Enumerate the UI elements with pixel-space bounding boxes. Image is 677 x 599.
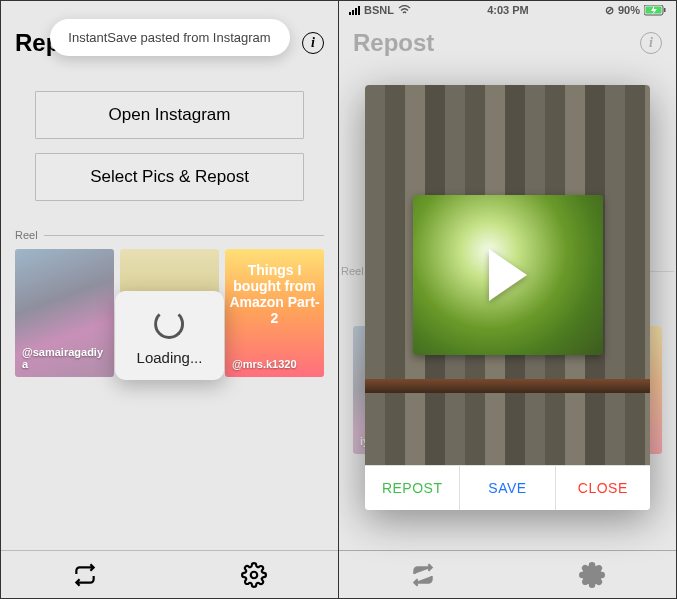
- section-label-reel: Reel: [15, 229, 324, 241]
- open-instagram-button[interactable]: Open Instagram: [35, 91, 304, 139]
- screenshot-left: InstantSave pasted from Instagram Repost…: [1, 1, 339, 598]
- tab-settings-icon[interactable]: [170, 551, 339, 598]
- reel-caption: Things I bought from Amazon Part-2: [225, 262, 324, 326]
- tab-repost-icon[interactable]: [1, 551, 170, 598]
- carrier-label: BSNL: [364, 4, 394, 16]
- signal-icon: [349, 6, 360, 15]
- tab-repost-icon[interactable]: [339, 551, 508, 598]
- battery-icon: [644, 5, 666, 16]
- svg-point-0: [251, 571, 258, 578]
- tab-settings-icon[interactable]: [508, 551, 677, 598]
- header: Repost i: [339, 19, 676, 71]
- video-decor: [365, 379, 650, 393]
- play-icon[interactable]: [489, 249, 527, 301]
- toast-text: InstantSave pasted from Instagram: [68, 30, 270, 45]
- save-button[interactable]: SAVE: [460, 466, 555, 510]
- svg-rect-3: [664, 8, 666, 12]
- reel-username: @mrs.k1320: [225, 352, 324, 377]
- select-repost-button[interactable]: Select Pics & Repost: [35, 153, 304, 201]
- reel-item[interactable]: @samairagadiya: [15, 249, 114, 377]
- page-title: Repost: [353, 29, 434, 57]
- preview-modal: REPOST SAVE CLOSE: [365, 85, 650, 510]
- bottom-tab-bar: [1, 550, 338, 598]
- loading-text: Loading...: [137, 349, 203, 366]
- status-bar: [1, 1, 338, 19]
- modal-actions: REPOST SAVE CLOSE: [365, 465, 650, 510]
- status-bar: BSNL 4:03 PM ⊘ 90%: [339, 1, 676, 19]
- paste-toast: InstantSave pasted from Instagram: [50, 19, 290, 56]
- screenshot-right: BSNL 4:03 PM ⊘ 90% Repost i Reel iya REP…: [339, 1, 676, 598]
- video-preview[interactable]: [365, 85, 650, 465]
- info-icon[interactable]: i: [640, 32, 662, 54]
- loading-overlay: Loading...: [115, 291, 225, 380]
- spinner-icon: [154, 309, 184, 339]
- battery-text: 90%: [618, 4, 640, 16]
- wifi-icon: [398, 5, 411, 15]
- bottom-tab-bar: [339, 550, 676, 598]
- reel-item[interactable]: Things I bought from Amazon Part-2 @mrs.…: [225, 249, 324, 377]
- status-time: 4:03 PM: [411, 4, 605, 16]
- do-not-disturb-icon: ⊘: [605, 4, 614, 17]
- close-button[interactable]: CLOSE: [556, 466, 650, 510]
- reel-username: @samairagadiya: [15, 340, 114, 377]
- info-icon[interactable]: i: [302, 32, 324, 54]
- main-content: Open Instagram Select Pics & Repost Reel…: [1, 71, 338, 550]
- repost-button[interactable]: REPOST: [365, 466, 460, 510]
